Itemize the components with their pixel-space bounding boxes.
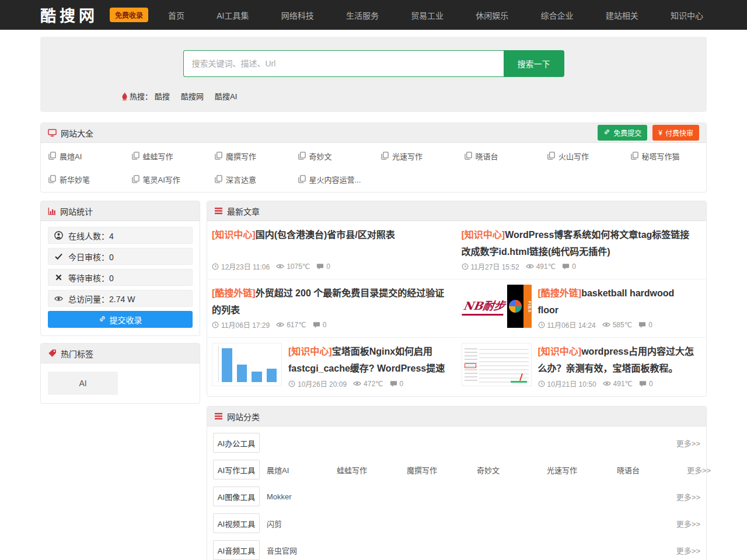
hamburger-icon	[214, 412, 223, 420]
category-row-ai-video: AI视频工具 闪剪 更多>>	[213, 510, 700, 537]
views-icon	[276, 263, 284, 270]
comment-icon	[316, 263, 324, 270]
monitor-icon	[48, 129, 57, 137]
more-link[interactable]: 更多>>	[676, 438, 700, 449]
article-title[interactable]: [酷搜外链]外贸超过 200 个最新免费目录提交的经过验证的列表	[212, 285, 448, 318]
views-icon	[603, 380, 611, 387]
fiba-strip: FIBA	[523, 285, 532, 328]
category-site-link[interactable]: 光速写作	[547, 464, 617, 475]
article-item[interactable]: NB耐步 FIBA [酷搜外链]basketball hardwood floo…	[457, 279, 707, 338]
category-site-link[interactable]: 闪剪	[267, 518, 337, 529]
main-nav: 首页 AI工具集 网络科技 生活服务 贸易工业 休闲娱乐 综合企业 建站相关 知…	[168, 9, 703, 21]
more-link[interactable]: 更多>>	[676, 545, 700, 556]
article-category: [知识中心]	[212, 230, 256, 240]
category-site-link[interactable]: Mokker	[267, 492, 337, 501]
eye-icon	[54, 295, 63, 302]
article-item[interactable]: [知识中心]wordpress占用内容过大怎么办？亲测有效，宝塔面板教程。 10…	[457, 338, 707, 396]
site-item[interactable]: 深言达意	[207, 167, 291, 191]
article-meta: 10月21日 10:50 491℃ 0	[538, 379, 697, 388]
category-label[interactable]: AI写作工具	[213, 460, 260, 480]
more-link[interactable]: 更多>>	[676, 518, 700, 529]
copy-icon	[298, 175, 306, 183]
site-item[interactable]: 晨煊AI	[41, 144, 124, 167]
article-item[interactable]: [知识中心]国内(包含港澳台)省市县/区对照表 12月23日 11:06 107…	[207, 221, 457, 279]
flame-icon	[121, 92, 128, 100]
site-stats-panel: 网站统计 在线人数：4 今日审核：0	[40, 201, 200, 336]
nav-item-network-tech[interactable]: 网络科技	[281, 9, 314, 21]
category-site-link[interactable]: 音虫官网	[267, 545, 337, 556]
site-item[interactable]: 光速写作	[374, 144, 457, 167]
article-item[interactable]: [酷搜外链]外贸超过 200 个最新免费目录提交的经过验证的列表 11月06日 …	[207, 279, 457, 338]
category-label[interactable]: AI办公工具	[213, 433, 260, 453]
search-button[interactable]: 搜索一下	[504, 50, 564, 77]
nav-item-ai-tools[interactable]: AI工具集	[217, 9, 249, 21]
article-date: 11月06日 14:24	[547, 320, 596, 330]
category-site-link[interactable]: 晓语台	[617, 464, 687, 475]
stat-online-users: 在线人数：4	[48, 227, 193, 244]
paid-review-button[interactable]: ¥ 付费快审	[652, 125, 699, 141]
category-label[interactable]: AI视频工具	[213, 513, 260, 533]
clock-icon	[212, 321, 219, 328]
search-input[interactable]	[183, 50, 504, 77]
article-thumbnail-basketball[interactable]: NB耐步 FIBA	[462, 285, 532, 328]
site-item[interactable]: 奇妙文	[291, 144, 374, 167]
article-title[interactable]: [知识中心]wordpress占用内容过大怎么办？亲测有效，宝塔面板教程。	[538, 343, 697, 377]
article-title[interactable]: [知识中心]国内(包含港澳台)省市县/区对照表	[212, 226, 448, 243]
copy-icon	[465, 152, 472, 160]
hot-link-1[interactable]: 酷搜	[155, 90, 170, 102]
hot-link-3[interactable]: 酷搜AI	[215, 90, 237, 102]
article-thumbnail-barchart[interactable]	[212, 343, 282, 386]
clock-icon	[538, 380, 545, 387]
nav-item-trade-industry[interactable]: 贸易工业	[411, 9, 444, 21]
nav-item-knowledge-center[interactable]: 知识中心	[671, 9, 703, 21]
site-item[interactable]: 星火内容运营...	[291, 167, 374, 191]
category-label[interactable]: AI图像工具	[213, 487, 260, 506]
submit-include-button[interactable]: 提交收录	[48, 311, 193, 328]
site-item[interactable]: 笔灵AI写作	[124, 167, 208, 191]
more-link[interactable]: 更多>>	[676, 491, 700, 502]
category-site-link[interactable]: 蛙蛙写作	[337, 464, 407, 475]
link-icon	[603, 128, 610, 137]
hot-tags-panel: 热门标签 AI	[40, 343, 200, 404]
copy-icon	[547, 152, 555, 160]
nav-item-home[interactable]: 首页	[168, 9, 184, 21]
category-site-link[interactable]: 奇妙文	[477, 464, 547, 475]
free-include-badge[interactable]: 免费收录	[110, 8, 148, 22]
article-title[interactable]: [酷搜外链]basketball hardwood floor	[538, 285, 697, 318]
site-item[interactable]: 新华妙笔	[41, 167, 124, 191]
copy-icon	[132, 152, 139, 160]
category-site-link[interactable]: 魔撰写作	[407, 464, 477, 475]
link-icon	[99, 315, 106, 324]
site-item[interactable]: 秘塔写作猫	[623, 144, 707, 167]
nav-item-entertainment[interactable]: 休闲娱乐	[476, 9, 508, 21]
article-item[interactable]: [知识中心]宝塔面板Nginx如何启用 fastcgi_cache缓存? Wor…	[207, 338, 457, 396]
category-site-link[interactable]: 晨煊AI	[267, 464, 337, 475]
article-comments: 0	[326, 262, 330, 271]
nav-item-enterprises[interactable]: 综合企业	[541, 9, 574, 21]
comment-icon	[639, 380, 647, 387]
views-icon	[353, 380, 361, 387]
article-comments: 0	[572, 262, 576, 271]
more-link[interactable]: 更多>>	[687, 464, 711, 475]
site-item[interactable]: 晓语台	[457, 144, 540, 167]
nb-logo-text: NB耐步	[462, 297, 507, 316]
site-item[interactable]: 蛙蛙写作	[124, 144, 208, 167]
category-row-ai-audio: AI音频工具 音虫官网 更多>>	[213, 537, 700, 560]
site-item[interactable]: 火山写作	[540, 144, 623, 167]
category-label[interactable]: AI音频工具	[213, 540, 260, 560]
article-thumbnail-panel[interactable]	[462, 343, 532, 386]
free-submit-button[interactable]: 免费提交	[598, 125, 647, 141]
tag-ai[interactable]: AI	[48, 372, 118, 395]
latest-articles-header: 最新文章	[207, 201, 706, 221]
hot-link-2[interactable]: 酷搜网	[181, 90, 204, 102]
comment-icon	[390, 380, 397, 387]
nav-item-life-services[interactable]: 生活服务	[346, 9, 379, 21]
article-meta: 10月26日 20:09 472℃ 0	[288, 379, 448, 388]
comment-icon	[313, 321, 320, 328]
nav-item-site-building[interactable]: 建站相关	[606, 9, 638, 21]
article-title[interactable]: [知识中心]宝塔面板Nginx如何启用 fastcgi_cache缓存? Wor…	[288, 343, 448, 377]
site-item[interactable]: 魔撰写作	[207, 144, 291, 167]
article-title[interactable]: [知识中心]WordPress博客系统如何将文章tag标签链接改成数字id.ht…	[462, 226, 697, 260]
site-logo[interactable]: 酷搜网	[40, 4, 98, 26]
article-item[interactable]: [知识中心]WordPress博客系统如何将文章tag标签链接改成数字id.ht…	[457, 221, 707, 279]
